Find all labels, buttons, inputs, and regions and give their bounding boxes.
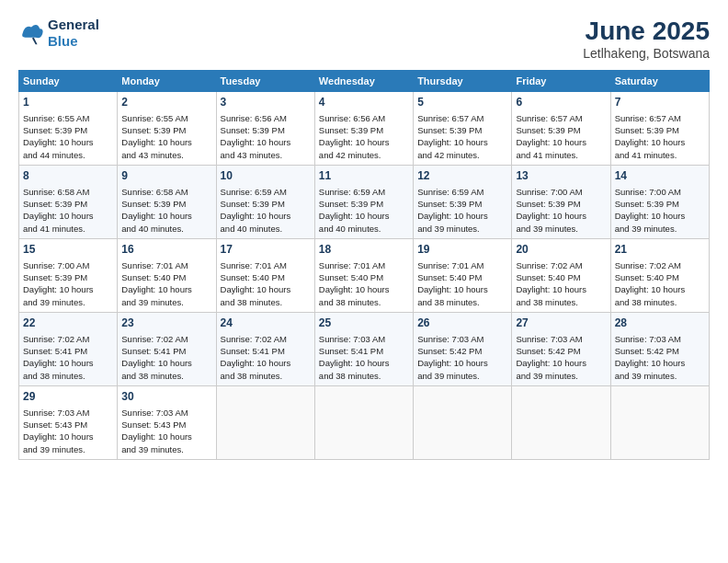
calendar-cell: 2Sunrise: 6:55 AMSunset: 5:39 PMDaylight… xyxy=(118,92,216,166)
day-info-line: Daylight: 10 hours xyxy=(615,210,705,222)
day-info-line: Daylight: 10 hours xyxy=(221,136,311,148)
day-info-line: Sunset: 5:40 PM xyxy=(319,271,409,283)
calendar-cell: 4Sunrise: 6:56 AMSunset: 5:39 PMDaylight… xyxy=(314,92,413,166)
day-number: 12 xyxy=(417,168,507,184)
day-info-line: Daylight: 10 hours xyxy=(319,136,409,148)
day-info-line: and 39 minutes. xyxy=(516,223,606,235)
day-info-line: Sunrise: 6:57 AM xyxy=(417,112,507,124)
weekday-header: Tuesday xyxy=(216,71,314,92)
calendar-cell: 5Sunrise: 6:57 AMSunset: 5:39 PMDaylight… xyxy=(414,92,512,166)
calendar-cell: 16Sunrise: 7:01 AMSunset: 5:40 PMDayligh… xyxy=(118,239,216,313)
calendar-table: SundayMondayTuesdayWednesdayThursdayFrid… xyxy=(18,70,710,460)
day-info-line: Sunset: 5:39 PM xyxy=(121,124,211,136)
day-info-line: Sunrise: 7:00 AM xyxy=(23,259,113,271)
day-info-line: Daylight: 10 hours xyxy=(319,283,409,295)
day-number: 9 xyxy=(121,168,211,184)
day-number: 8 xyxy=(23,168,113,184)
day-info-line: Daylight: 10 hours xyxy=(516,283,606,295)
day-info-line: Daylight: 10 hours xyxy=(516,136,606,148)
day-info-line: Sunrise: 6:58 AM xyxy=(121,186,211,198)
day-info-line: Sunset: 5:39 PM xyxy=(221,124,311,136)
day-info-line: Sunset: 5:43 PM xyxy=(23,419,113,431)
day-info-line: and 39 minutes. xyxy=(121,296,211,308)
day-info-line: Sunset: 5:39 PM xyxy=(516,198,606,210)
day-info-line: and 38 minutes. xyxy=(221,370,311,382)
calendar-cell: 10Sunrise: 6:59 AMSunset: 5:39 PMDayligh… xyxy=(216,166,314,239)
day-number: 10 xyxy=(221,168,311,184)
day-info-line: Sunset: 5:39 PM xyxy=(121,198,211,210)
day-info-line: Sunset: 5:39 PM xyxy=(319,198,409,210)
day-info-line: Sunset: 5:40 PM xyxy=(417,271,507,283)
calendar-cell: 20Sunrise: 7:02 AMSunset: 5:40 PMDayligh… xyxy=(512,239,610,313)
calendar-cell: 19Sunrise: 7:01 AMSunset: 5:40 PMDayligh… xyxy=(414,239,512,313)
weekday-header: Saturday xyxy=(610,71,709,92)
day-info-line: and 39 minutes. xyxy=(615,370,705,382)
day-number: 29 xyxy=(23,389,113,405)
calendar-cell: 14Sunrise: 7:00 AMSunset: 5:39 PMDayligh… xyxy=(610,166,709,239)
day-info-line: Daylight: 10 hours xyxy=(319,357,409,369)
day-number: 14 xyxy=(615,168,705,184)
day-info-line: Sunset: 5:39 PM xyxy=(23,271,113,283)
day-number: 11 xyxy=(319,168,409,184)
day-info-line: and 41 minutes. xyxy=(23,223,113,235)
day-info-line: Sunrise: 7:00 AM xyxy=(516,186,606,198)
calendar-cell: 26Sunrise: 7:03 AMSunset: 5:42 PMDayligh… xyxy=(414,313,512,386)
day-info-line: and 44 minutes. xyxy=(23,149,113,161)
day-info-line: Sunset: 5:39 PM xyxy=(221,198,311,210)
day-info-line: Sunset: 5:42 PM xyxy=(615,345,705,357)
day-info-line: Sunset: 5:39 PM xyxy=(417,124,507,136)
day-info-line: Sunrise: 6:59 AM xyxy=(221,186,311,198)
calendar-cell: 3Sunrise: 6:56 AMSunset: 5:39 PMDaylight… xyxy=(216,92,314,166)
weekday-header: Wednesday xyxy=(314,71,413,92)
day-number: 20 xyxy=(516,242,606,258)
day-info-line: Sunset: 5:40 PM xyxy=(221,271,311,283)
day-info-line: Sunrise: 6:58 AM xyxy=(23,186,113,198)
day-info-line: and 38 minutes. xyxy=(417,296,507,308)
day-number: 4 xyxy=(319,95,409,110)
day-info-line: Sunrise: 7:02 AM xyxy=(516,259,606,271)
day-info-line: Sunrise: 7:02 AM xyxy=(221,333,311,345)
calendar-cell xyxy=(512,386,610,460)
day-info-line: Sunset: 5:41 PM xyxy=(319,345,409,357)
day-info-line: Sunrise: 7:02 AM xyxy=(23,333,113,345)
day-number: 21 xyxy=(615,242,705,258)
day-number: 24 xyxy=(221,316,311,331)
day-info-line: Daylight: 10 hours xyxy=(23,283,113,295)
day-number: 17 xyxy=(221,242,311,258)
day-info-line: Sunset: 5:39 PM xyxy=(319,124,409,136)
main-title: June 2025 xyxy=(583,17,710,46)
day-info-line: Sunrise: 7:03 AM xyxy=(417,333,507,345)
day-info-line: Daylight: 10 hours xyxy=(417,136,507,148)
day-info-line: and 43 minutes. xyxy=(221,149,311,161)
calendar-cell: 22Sunrise: 7:02 AMSunset: 5:41 PMDayligh… xyxy=(19,313,118,386)
day-info-line: and 42 minutes. xyxy=(417,149,507,161)
day-number: 19 xyxy=(417,242,507,258)
day-info-line: Sunrise: 6:59 AM xyxy=(319,186,409,198)
day-info-line: Sunset: 5:43 PM xyxy=(121,419,211,431)
day-info-line: and 39 minutes. xyxy=(615,223,705,235)
day-info-line: and 38 minutes. xyxy=(319,296,409,308)
calendar-cell xyxy=(610,386,709,460)
calendar-cell xyxy=(314,386,413,460)
day-number: 2 xyxy=(121,95,211,110)
day-info-line: Sunrise: 6:57 AM xyxy=(615,112,705,124)
weekday-header: Monday xyxy=(118,71,216,92)
day-info-line: Daylight: 10 hours xyxy=(221,357,311,369)
day-info-line: Sunset: 5:40 PM xyxy=(516,271,606,283)
calendar-cell: 8Sunrise: 6:58 AMSunset: 5:39 PMDaylight… xyxy=(19,166,118,239)
day-info-line: Sunset: 5:40 PM xyxy=(121,271,211,283)
calendar-cell: 9Sunrise: 6:58 AMSunset: 5:39 PMDaylight… xyxy=(118,166,216,239)
day-info-line: and 38 minutes. xyxy=(121,370,211,382)
day-info-line: Sunrise: 7:03 AM xyxy=(319,333,409,345)
day-info-line: and 43 minutes. xyxy=(121,149,211,161)
day-info-line: and 38 minutes. xyxy=(23,370,113,382)
calendar-cell: 21Sunrise: 7:02 AMSunset: 5:40 PMDayligh… xyxy=(610,239,709,313)
day-number: 1 xyxy=(23,95,113,110)
day-info-line: Sunset: 5:40 PM xyxy=(615,271,705,283)
day-info-line: and 39 minutes. xyxy=(417,223,507,235)
day-info-line: and 39 minutes. xyxy=(23,443,113,455)
day-info-line: Sunrise: 6:59 AM xyxy=(417,186,507,198)
logo-line2: Blue xyxy=(48,33,78,49)
calendar-cell: 30Sunrise: 7:03 AMSunset: 5:43 PMDayligh… xyxy=(118,386,216,460)
calendar-cell: 25Sunrise: 7:03 AMSunset: 5:41 PMDayligh… xyxy=(314,313,413,386)
